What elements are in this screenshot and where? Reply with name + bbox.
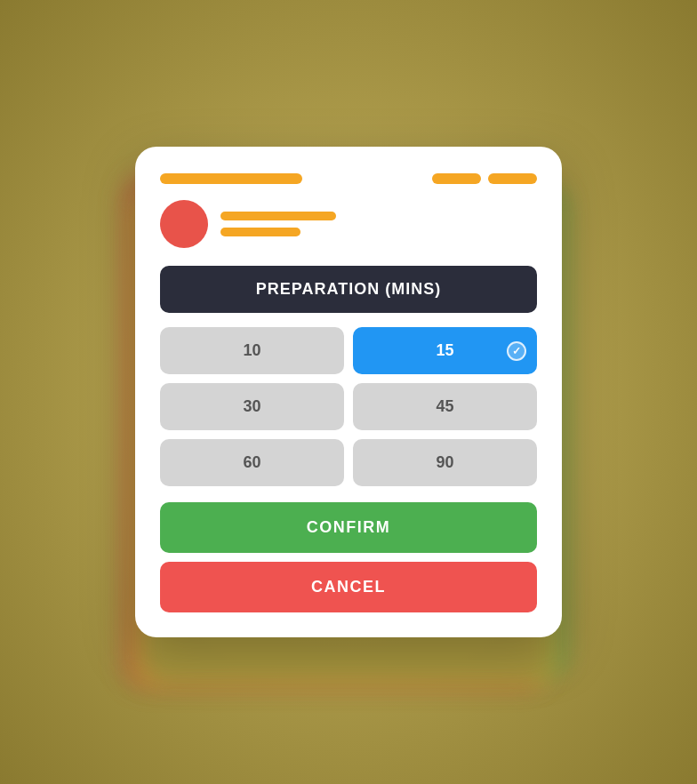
option-45-label: 45 [436,397,453,415]
options-grid: 10 15 ✓ 30 45 60 90 [160,327,537,486]
cancel-button[interactable]: CANCEL [160,562,537,612]
option-45[interactable]: 45 [353,383,537,430]
preparation-header: PREPARATION (MINS) [160,266,537,313]
option-60[interactable]: 60 [160,439,344,486]
header-profile [160,200,537,248]
profile-line-short [220,228,300,236]
check-icon: ✓ [507,341,526,361]
profile-line-long [220,212,336,220]
option-60-label: 60 [243,453,260,471]
option-10-label: 10 [243,341,260,359]
card-header [160,173,537,248]
header-line-short-2 [488,173,537,184]
avatar [160,200,208,248]
option-15[interactable]: 15 ✓ [353,327,537,374]
confirm-button[interactable]: CONFIRM [160,502,537,553]
option-30-label: 30 [243,397,260,415]
option-90-label: 90 [436,453,453,471]
preparation-title: PREPARATION (MINS) [256,280,441,298]
option-90[interactable]: 90 [353,439,537,486]
option-10[interactable]: 10 [160,327,344,374]
profile-lines [220,212,336,236]
header-lines-right [432,173,537,184]
option-15-label: 15 [436,341,453,359]
header-line-short-1 [432,173,481,184]
option-30[interactable]: 30 [160,383,344,430]
header-line-long [160,173,302,184]
modal-wrapper: PREPARATION (MINS) 10 15 ✓ 30 45 60 90 [135,147,562,637]
header-top-lines [160,173,537,184]
action-buttons: CONFIRM CANCEL [160,502,537,612]
modal-card: PREPARATION (MINS) 10 15 ✓ 30 45 60 90 [135,147,562,637]
